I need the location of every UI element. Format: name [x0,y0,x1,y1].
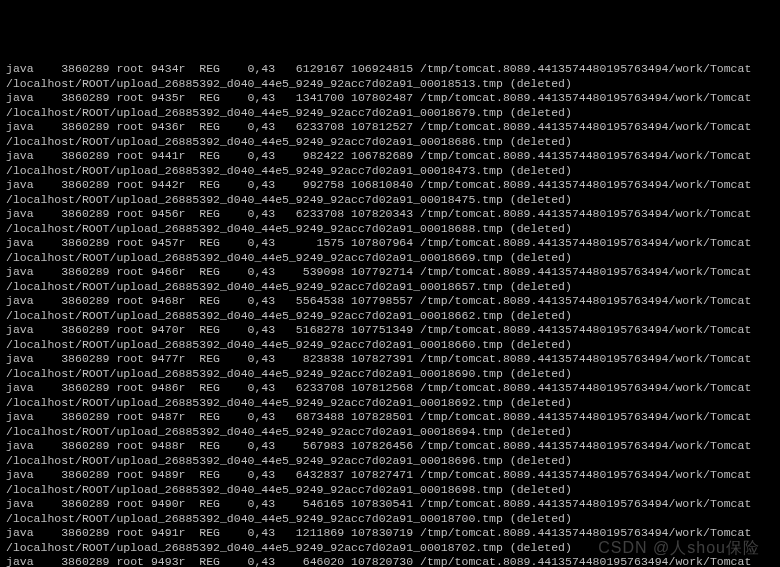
lsof-row-line2: /localhost/ROOT/upload_26885392_d040_44e… [6,106,774,121]
lsof-row-line2: /localhost/ROOT/upload_26885392_d040_44e… [6,425,774,440]
lsof-row-line2: /localhost/ROOT/upload_26885392_d040_44e… [6,454,774,469]
watermark-text: CSDN @人shou保险 [598,541,760,556]
lsof-row-line1: java 3860289 root 9435r REG 0,43 1341700… [6,91,774,106]
lsof-row-line2: /localhost/ROOT/upload_26885392_d040_44e… [6,396,774,411]
lsof-row-line2: /localhost/ROOT/upload_26885392_d040_44e… [6,193,774,208]
lsof-row-line1: java 3860289 root 9489r REG 0,43 6432837… [6,468,774,483]
lsof-row-line2: /localhost/ROOT/upload_26885392_d040_44e… [6,512,774,527]
lsof-row-line1: java 3860289 root 9477r REG 0,43 823838 … [6,352,774,367]
lsof-row-line1: java 3860289 root 9436r REG 0,43 6233708… [6,120,774,135]
lsof-row-line1: java 3860289 root 9466r REG 0,43 539098 … [6,265,774,280]
lsof-row-line1: java 3860289 root 9487r REG 0,43 6873488… [6,410,774,425]
terminal-output: java 3860289 root 9434r REG 0,43 6129167… [6,62,774,567]
lsof-row-line1: java 3860289 root 9457r REG 0,43 1575 10… [6,236,774,251]
lsof-row-line1: java 3860289 root 9441r REG 0,43 982422 … [6,149,774,164]
lsof-row-line1: java 3860289 root 9488r REG 0,43 567983 … [6,439,774,454]
lsof-row-line1: java 3860289 root 9442r REG 0,43 992758 … [6,178,774,193]
lsof-row-line1: java 3860289 root 9486r REG 0,43 6233708… [6,381,774,396]
lsof-row-line1: java 3860289 root 9470r REG 0,43 5168278… [6,323,774,338]
lsof-row-line2: /localhost/ROOT/upload_26885392_d040_44e… [6,367,774,382]
lsof-row-line2: /localhost/ROOT/upload_26885392_d040_44e… [6,483,774,498]
lsof-row-line2: /localhost/ROOT/upload_26885392_d040_44e… [6,251,774,266]
lsof-row-line2: /localhost/ROOT/upload_26885392_d040_44e… [6,309,774,324]
lsof-row-line1: java 3860289 root 9490r REG 0,43 546165 … [6,497,774,512]
lsof-row-line2: /localhost/ROOT/upload_26885392_d040_44e… [6,77,774,92]
lsof-row-line2: /localhost/ROOT/upload_26885392_d040_44e… [6,280,774,295]
lsof-row-line2: /localhost/ROOT/upload_26885392_d040_44e… [6,222,774,237]
lsof-row-line1: java 3860289 root 9456r REG 0,43 6233708… [6,207,774,222]
lsof-row-line1: java 3860289 root 9434r REG 0,43 6129167… [6,62,774,77]
lsof-row-line2: /localhost/ROOT/upload_26885392_d040_44e… [6,135,774,150]
lsof-row-line2: /localhost/ROOT/upload_26885392_d040_44e… [6,338,774,353]
lsof-row-line2: /localhost/ROOT/upload_26885392_d040_44e… [6,164,774,179]
lsof-row-line1: java 3860289 root 9493r REG 0,43 646020 … [6,555,774,567]
lsof-row-line1: java 3860289 root 9468r REG 0,43 5564538… [6,294,774,309]
